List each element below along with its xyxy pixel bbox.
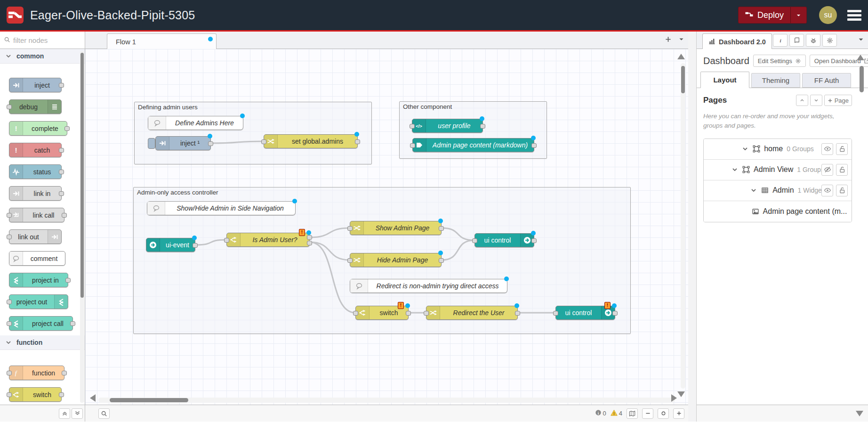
canvas-scroll-right-arrow[interactable]	[671, 394, 677, 402]
comment-node[interactable]: Redirect is non-admin trying direct acce…	[350, 279, 507, 293]
navigator-button[interactable]	[627, 408, 638, 419]
input-port[interactable]	[7, 392, 12, 397]
palette-category-function[interactable]: function	[0, 335, 85, 350]
lock-toggle-button[interactable]	[836, 164, 848, 176]
input-port[interactable]	[7, 300, 12, 304]
output-port[interactable]	[59, 83, 64, 88]
tab-ff-auth[interactable]: FF Auth	[802, 73, 851, 88]
palette-node-switch[interactable]: switch	[9, 387, 62, 402]
output-port[interactable]	[208, 141, 213, 146]
chevron-down-icon[interactable]	[750, 187, 757, 194]
flow-node-isadm[interactable]: Is Admin User?!	[226, 233, 310, 247]
deploy-options-button[interactable]	[790, 7, 806, 23]
flow-node-show[interactable]: Show Admin Page	[350, 221, 442, 235]
visibility-toggle-button[interactable]	[821, 143, 833, 155]
input-port[interactable]	[410, 124, 415, 129]
pages-tree-row-admin-page-content-m-[interactable]: Admin page content (m...	[704, 201, 852, 222]
output-port[interactable]	[65, 278, 71, 283]
debug-tab-button[interactable]	[806, 34, 820, 47]
input-port[interactable]	[353, 311, 358, 316]
palette-node-project-call[interactable]: project call	[9, 316, 73, 331]
collapse-pages-button[interactable]	[796, 95, 808, 106]
comment-node[interactable]: Show/Hide Admin in Side Navigation	[147, 201, 296, 215]
canvas-scroll-down-arrow[interactable]	[677, 391, 685, 397]
edit-settings-button[interactable]: Edit Settings	[753, 55, 806, 67]
input-port[interactable]	[7, 213, 12, 218]
output-port[interactable]	[531, 238, 537, 243]
flow-node-up[interactable]: </>user profile	[412, 119, 483, 133]
flow-node-apc[interactable]: Admin page content (markdown)	[412, 138, 534, 152]
input-port[interactable]	[347, 258, 353, 263]
canvas-scroll-left-arrow[interactable]	[90, 394, 96, 402]
lock-toggle-button[interactable]	[836, 143, 848, 155]
palette-node-link-call[interactable]: link call	[9, 208, 64, 222]
palette-node-catch[interactable]: !catch	[9, 143, 62, 157]
input-port[interactable]	[553, 311, 558, 316]
flow-list-button[interactable]	[678, 36, 684, 44]
flow-canvas[interactable]: Defining admin usersOther componentAdmin…	[85, 49, 688, 405]
input-port[interactable]	[7, 235, 12, 239]
palette-node-link-in[interactable]: link in	[9, 186, 62, 201]
inject-button[interactable]	[148, 138, 155, 149]
flow-node-uic1[interactable]: ui control	[474, 233, 534, 247]
palette-scrollbar[interactable]	[80, 51, 84, 403]
input-port[interactable]	[347, 226, 353, 231]
palette-node-debug[interactable]: debug	[9, 99, 62, 114]
flow-node-uiev[interactable]: ui-event	[146, 238, 195, 252]
sidebar-scrollbar[interactable]	[860, 66, 864, 92]
canvas-vertical-scrollbar[interactable]	[681, 63, 685, 389]
palette-category-common[interactable]: common	[0, 49, 85, 64]
info-tab-button[interactable]: i	[773, 34, 788, 47]
canvas-scroll-up-arrow[interactable]	[677, 54, 685, 59]
output-port[interactable]	[64, 126, 70, 131]
output-port[interactable]	[59, 148, 64, 153]
flow-node-uic2[interactable]: ui control!	[555, 306, 615, 320]
palette-node-inject[interactable]: inject	[9, 78, 62, 92]
flow-node-sw[interactable]: switch!	[355, 306, 409, 320]
lock-toggle-button[interactable]	[836, 185, 848, 196]
palette-node-project-in[interactable]: project in	[9, 273, 68, 287]
palette-node-complete[interactable]: !complete	[9, 121, 67, 136]
palette-node-status[interactable]: status	[9, 164, 62, 179]
output-port[interactable]	[193, 243, 198, 248]
palette-node-function[interactable]: ƒfunction	[9, 366, 64, 380]
chevron-down-icon[interactable]	[731, 166, 739, 173]
input-port[interactable]	[7, 371, 12, 375]
sidebar-menu-button[interactable]	[858, 36, 864, 44]
output-port[interactable]	[62, 213, 67, 218]
palette-node-project-out[interactable]: project out	[9, 294, 68, 309]
input-port[interactable]	[424, 311, 429, 316]
zoom-out-button[interactable]	[642, 408, 653, 419]
output-port[interactable]	[612, 311, 618, 316]
add-flow-button[interactable]	[665, 36, 672, 44]
warning-count[interactable]: ! 4	[611, 409, 622, 418]
output-port[interactable]	[59, 191, 64, 196]
input-port[interactable]	[472, 238, 477, 243]
sidebar-scroll-down-arrow[interactable]	[856, 411, 863, 416]
pages-tree-row-admin[interactable]: Admin1 Widgets	[704, 180, 852, 201]
flow-group-1[interactable]: Defining admin users	[134, 102, 372, 164]
chevron-down-icon[interactable]	[741, 145, 749, 153]
input-port[interactable]	[410, 143, 415, 148]
canvas-search-button[interactable]	[98, 408, 110, 419]
output-port[interactable]	[531, 143, 537, 148]
output-port-1[interactable]	[307, 235, 312, 240]
user-avatar[interactable]: su	[819, 6, 837, 24]
sidebar-scroll-up-arrow[interactable]	[857, 55, 864, 60]
tab-dashboard-2[interactable]: Dashboard 2.0	[702, 33, 772, 49]
add-page-button[interactable]: Page	[824, 95, 852, 106]
pages-tree-row-admin-view[interactable]: Admin View1 Groups	[704, 160, 852, 180]
output-port[interactable]	[62, 371, 67, 375]
output-port[interactable]	[406, 311, 411, 316]
output-port[interactable]	[355, 139, 360, 144]
palette-node-link-out[interactable]: link out	[9, 229, 62, 244]
output-port[interactable]	[70, 321, 75, 326]
zoom-reset-button[interactable]	[658, 408, 669, 419]
input-port[interactable]	[224, 238, 229, 243]
output-port[interactable]	[439, 258, 444, 263]
visibility-toggle-button[interactable]	[821, 185, 833, 196]
comment-node[interactable]: Define Admins Here	[148, 116, 243, 130]
output-port[interactable]	[480, 124, 485, 129]
output-port[interactable]	[59, 392, 64, 397]
output-port[interactable]	[59, 170, 64, 174]
